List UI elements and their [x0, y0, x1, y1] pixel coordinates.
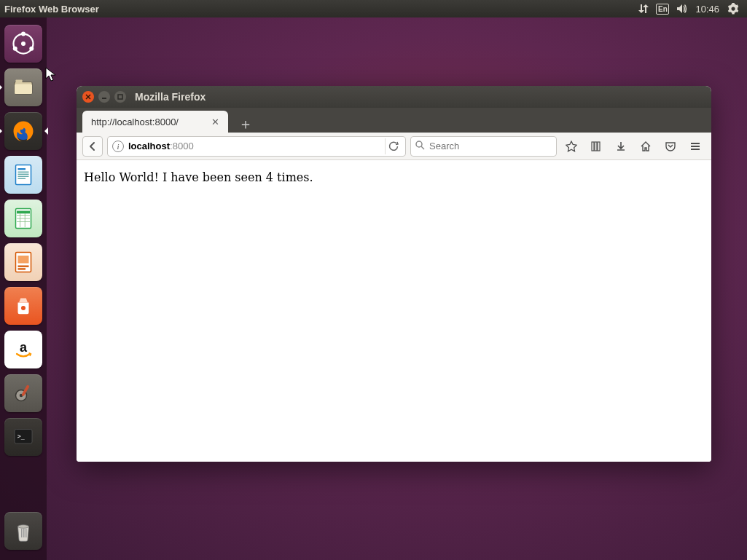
svg-rect-24 — [18, 266, 29, 267]
pocket-icon[interactable] — [660, 136, 681, 157]
svg-rect-16 — [17, 211, 30, 214]
svg-point-1 — [21, 42, 26, 46]
trash-icon[interactable] — [4, 512, 42, 550]
menu-icon[interactable] — [685, 136, 705, 157]
unity-launcher: a >_ — [0, 17, 47, 560]
search-bar[interactable] — [410, 136, 557, 157]
clock[interactable]: 10:46 — [691, 4, 724, 15]
dash-icon[interactable] — [4, 25, 42, 63]
writer-icon[interactable] — [4, 156, 42, 194]
svg-point-33 — [18, 525, 29, 529]
tab-strip: http://localhost:8000/ ✕ ＋ — [77, 108, 711, 133]
window-title: Mozilla Firefox — [135, 91, 206, 103]
window-close-button[interactable] — [82, 91, 94, 103]
session-gear-icon[interactable] — [724, 3, 743, 15]
page-content: Hello World! I have been seen 4 times. — [77, 160, 711, 462]
firefox-window: Mozilla Firefox http://localhost:8000/ ✕… — [77, 86, 711, 462]
svg-rect-43 — [598, 142, 600, 151]
files-icon[interactable] — [4, 68, 42, 106]
svg-rect-12 — [18, 174, 29, 176]
svg-text:a: a — [20, 340, 28, 355]
svg-rect-46 — [691, 149, 700, 150]
svg-rect-6 — [16, 80, 23, 84]
navigation-toolbar: i localhost:8000 — [77, 133, 711, 160]
active-app-title: Firefox Web Browser — [4, 4, 99, 15]
svg-rect-10 — [18, 168, 26, 170]
url-text: localhost:8000 — [128, 141, 385, 151]
search-icon — [415, 141, 425, 152]
reload-icon[interactable] — [385, 138, 401, 154]
svg-rect-45 — [691, 146, 700, 147]
svg-point-26 — [21, 306, 26, 310]
calc-icon[interactable] — [4, 200, 42, 237]
impress-icon[interactable] — [4, 243, 42, 281]
svg-rect-44 — [691, 143, 700, 144]
svg-rect-23 — [18, 256, 29, 264]
svg-point-39 — [416, 141, 422, 147]
svg-rect-7 — [15, 84, 32, 95]
page-body-text: Hello World! I have been seen 4 times. — [84, 170, 313, 184]
settings-icon[interactable] — [4, 374, 42, 412]
window-maximize-button[interactable] — [114, 91, 126, 103]
svg-rect-37 — [102, 98, 106, 99]
svg-rect-34 — [21, 529, 23, 537]
svg-rect-41 — [592, 142, 594, 151]
svg-rect-35 — [23, 529, 25, 537]
svg-text:>_: >_ — [17, 433, 25, 440]
back-button[interactable] — [82, 136, 103, 157]
mouse-cursor — [45, 67, 57, 86]
software-icon[interactable] — [4, 287, 42, 325]
top-menubar: Firefox Web Browser En 10:46 — [0, 0, 747, 17]
terminal-icon[interactable]: >_ — [4, 418, 42, 456]
svg-rect-14 — [18, 178, 26, 180]
window-titlebar[interactable]: Mozilla Firefox — [77, 86, 711, 108]
network-icon[interactable] — [634, 3, 653, 15]
volume-icon[interactable] — [672, 3, 691, 15]
svg-rect-11 — [18, 172, 29, 173]
window-minimize-button[interactable] — [98, 91, 110, 103]
svg-point-4 — [29, 47, 34, 51]
svg-point-3 — [13, 47, 17, 51]
svg-rect-13 — [18, 176, 29, 178]
tab-title: http://localhost:8000/ — [91, 117, 209, 127]
site-info-icon[interactable]: i — [112, 141, 124, 152]
svg-rect-25 — [18, 268, 26, 269]
keyboard-language-indicator[interactable]: En — [653, 4, 672, 15]
browser-tab[interactable]: http://localhost:8000/ ✕ — [82, 111, 228, 133]
svg-rect-36 — [26, 529, 27, 537]
firefox-icon[interactable] — [4, 112, 42, 150]
home-icon[interactable] — [635, 136, 656, 157]
bookmark-star-icon[interactable] — [561, 136, 582, 157]
tab-close-icon[interactable]: ✕ — [209, 116, 221, 127]
downloads-icon[interactable] — [611, 136, 631, 157]
url-bar[interactable]: i localhost:8000 — [107, 136, 406, 157]
library-icon[interactable] — [586, 136, 606, 157]
svg-rect-42 — [595, 142, 597, 151]
amazon-icon[interactable]: a — [4, 331, 42, 368]
svg-point-2 — [21, 32, 26, 36]
svg-line-40 — [421, 146, 424, 149]
search-input[interactable] — [429, 141, 552, 151]
new-tab-button[interactable]: ＋ — [235, 115, 256, 133]
svg-rect-38 — [118, 95, 122, 99]
